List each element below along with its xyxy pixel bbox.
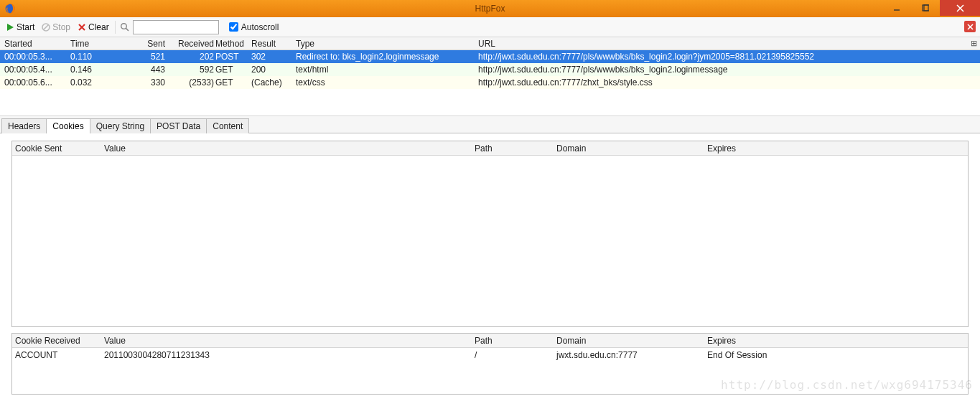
autoscroll-toggle[interactable]: Autoscroll: [229, 22, 279, 32]
clear-label: Clear: [88, 22, 109, 32]
separator: [115, 21, 116, 34]
window-buttons: [882, 0, 980, 17]
col-time[interactable]: Time: [70, 39, 126, 49]
panel-close-button[interactable]: [964, 21, 976, 32]
col-cookie-name[interactable]: Cookie Received: [15, 336, 104, 346]
tab-query-string[interactable]: Query String: [90, 118, 151, 133]
col-cookie-expires[interactable]: Expires: [707, 336, 968, 346]
request-row[interactable]: 00:00:05.6...0.032330(2533)GET(Cache)tex…: [0, 76, 980, 89]
search-input[interactable]: [133, 20, 219, 34]
play-icon: [6, 23, 14, 32]
detail-tabs: HeadersCookiesQuery StringPOST DataConte…: [0, 116, 980, 133]
window-title: HttpFox: [475, 4, 505, 14]
firefox-icon: [4, 3, 16, 14]
col-cookie-domain[interactable]: Domain: [556, 336, 707, 346]
col-cookie-name[interactable]: Cookie Sent: [15, 143, 104, 154]
col-cookie-value[interactable]: Value: [104, 336, 475, 346]
col-sent[interactable]: Sent: [126, 39, 169, 49]
svg-line-8: [44, 24, 49, 29]
watermark: http://blog.csdn.net/wxg694175346: [721, 378, 973, 392]
cookies-panel: Cookie Sent Value Path Domain Expires Co…: [0, 133, 980, 396]
svg-marker-6: [7, 24, 14, 31]
request-row[interactable]: 00:00:05.4...0.146443592GET200text/htmlh…: [0, 63, 980, 76]
stop-button[interactable]: Stop: [39, 21, 73, 34]
col-cookie-path[interactable]: Path: [475, 336, 556, 346]
cookies-sent-pane: Cookie Sent Value Path Domain Expires: [11, 141, 969, 327]
cookies-sent-header: Cookie Sent Value Path Domain Expires: [12, 141, 968, 156]
columns-config-icon[interactable]: ⊞: [971, 39, 977, 48]
svg-point-11: [121, 23, 126, 29]
col-cookie-path[interactable]: Path: [475, 143, 556, 154]
clear-button[interactable]: Clear: [75, 21, 112, 34]
tab-headers[interactable]: Headers: [1, 118, 47, 133]
tab-cookies[interactable]: Cookies: [46, 118, 90, 133]
requests-table: Started Time Sent Received Method Result…: [0, 37, 980, 116]
autoscroll-checkbox[interactable]: [229, 22, 238, 32]
toolbar: Start Stop Clear Autoscroll: [0, 17, 980, 37]
col-method[interactable]: Method: [215, 39, 251, 49]
request-row[interactable]: 00:00:05.3...0.110521202POST302Redirect …: [0, 50, 980, 63]
svg-line-12: [126, 28, 129, 31]
col-type[interactable]: Type: [296, 39, 478, 49]
clear-icon: [78, 23, 86, 32]
svg-rect-2: [923, 5, 928, 11]
col-started[interactable]: Started: [4, 39, 70, 49]
titlebar: HttpFox: [0, 0, 980, 17]
minimize-button[interactable]: [882, 0, 911, 16]
start-button[interactable]: Start: [3, 21, 37, 34]
close-button[interactable]: [940, 0, 980, 16]
cookie-row[interactable]: ACCOUNT2011003004280711231343/jwxt.sdu.e…: [12, 348, 968, 362]
start-label: Start: [17, 22, 34, 32]
stop-label: Stop: [52, 22, 70, 32]
maximize-button[interactable]: [911, 0, 940, 16]
autoscroll-label: Autoscroll: [241, 22, 279, 32]
tab-post-data[interactable]: POST Data: [150, 118, 207, 133]
tab-content[interactable]: Content: [206, 118, 249, 133]
col-cookie-expires[interactable]: Expires: [707, 143, 968, 154]
col-cookie-domain[interactable]: Domain: [556, 143, 707, 154]
col-cookie-value[interactable]: Value: [104, 143, 475, 154]
col-received[interactable]: Received: [169, 39, 215, 49]
col-url[interactable]: URL: [478, 39, 980, 49]
search-icon[interactable]: [120, 22, 130, 32]
requests-header: Started Time Sent Received Method Result…: [0, 37, 980, 50]
cookies-received-header: Cookie Received Value Path Domain Expire…: [12, 334, 968, 348]
col-result[interactable]: Result: [251, 39, 296, 49]
stop-icon: [42, 23, 50, 32]
